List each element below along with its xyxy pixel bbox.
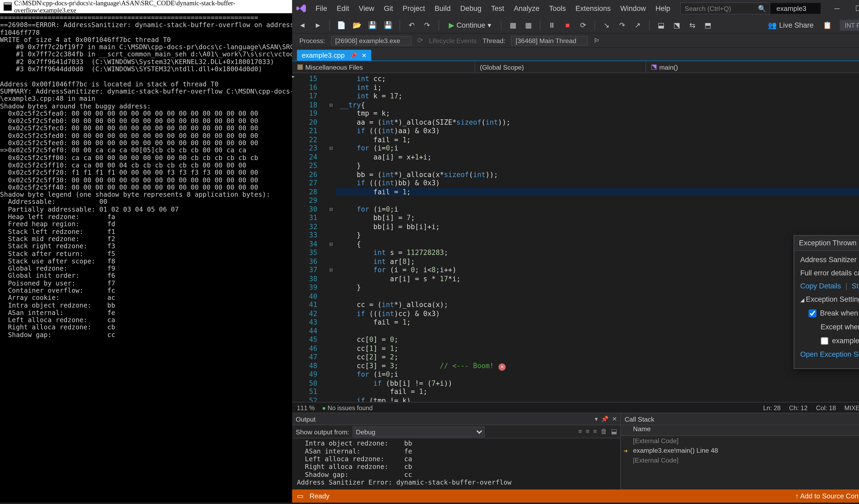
visual-studio-window: FileEditViewGitProjectBuildDebugTestAnal… <box>292 0 859 503</box>
zoom-level[interactable]: 111 % <box>297 404 315 411</box>
nav-project[interactable]: ▦Miscellaneous Files <box>292 61 475 73</box>
exception-thrown-popup: Exception Thrown 📌 ✕ Address Sanitizer E… <box>794 235 859 369</box>
pin-icon[interactable]: 📌 <box>350 52 357 59</box>
except-module-checkbox[interactable] <box>821 337 828 345</box>
exception-settings-header[interactable]: Exception Settings <box>800 295 859 304</box>
console-title-text: C:\MSDN\cpp-docs-pr\docs\c-language\ASAN… <box>14 0 288 14</box>
process-label: Process: <box>299 37 325 44</box>
save-all-button[interactable]: 💾 <box>381 18 395 32</box>
minimize-button[interactable]: ─ <box>827 1 847 16</box>
callstack-title: Call Stack <box>624 415 654 423</box>
int-preview-badge: INT PREVIEW <box>840 19 859 30</box>
flag-icon[interactable]: 🏳 <box>594 37 600 44</box>
cursor-line: Ln: 28 <box>763 404 781 411</box>
close-tab-icon[interactable]: ✕ <box>362 52 366 59</box>
nav-function[interactable]: ⬔main() <box>646 61 859 73</box>
copy-details-link[interactable]: Copy Details <box>800 282 841 290</box>
new-file-button[interactable]: 📄 <box>335 18 348 32</box>
save-button[interactable]: 💾 <box>366 18 379 32</box>
step-over-button[interactable]: ↷ <box>616 18 629 32</box>
callstack-panel: Call Stack ▾📌✕ Name Lang [External Code]… <box>621 413 859 490</box>
maximize-button[interactable]: ☐ <box>848 1 859 16</box>
output-tb-4[interactable]: 🗑 <box>601 428 607 436</box>
menu-view[interactable]: View <box>355 2 379 14</box>
open-button[interactable]: 📂 <box>350 18 364 32</box>
output-source-combo[interactable]: Debug <box>353 426 485 437</box>
break-on-exception-checkbox[interactable] <box>809 309 816 317</box>
editor-status-bar: 111 % No issues found Ln: 28 Ch: 12 Col:… <box>292 402 859 413</box>
continue-button[interactable]: ▶ Continue ▾ <box>444 19 496 30</box>
nav-scope[interactable]: (Global Scope) <box>475 61 646 73</box>
pause-button[interactable]: ⏸ <box>545 18 559 32</box>
output-tb-1[interactable]: ≡ <box>578 428 582 436</box>
menu-tools[interactable]: Tools <box>545 2 570 14</box>
menu-git[interactable]: Git <box>380 2 397 14</box>
tb-extra-4[interactable]: ⬒ <box>701 18 714 32</box>
step-out-button[interactable]: ↗ <box>631 18 645 32</box>
vs-logo-icon <box>296 3 306 14</box>
tb-extra-2[interactable]: ⬔ <box>670 18 683 32</box>
process-combo[interactable]: [26908] example3.exe <box>331 36 411 45</box>
panel-pin-icon[interactable]: 📌 <box>601 416 608 423</box>
menu-window[interactable]: Window <box>616 2 650 14</box>
debug-btn-2[interactable]: ▦ <box>522 18 535 32</box>
debug-btn-1[interactable]: ▦ <box>506 18 519 32</box>
nav-fwd-button[interactable]: ► <box>311 18 325 32</box>
bottom-tool-windows: Output ▾📌✕ Show output from: Debug ≡ ≡ ≡… <box>292 413 859 489</box>
feedback-button[interactable]: 📋 <box>821 18 834 32</box>
start-live-share-link[interactable]: Start Live Share session... <box>852 282 859 290</box>
menu-build[interactable]: Build <box>431 2 455 14</box>
search-box[interactable]: Search (Ctrl+Q) 🔍 <box>681 2 770 14</box>
callstack-row[interactable]: [External Code] <box>621 455 859 465</box>
live-share-button[interactable]: 👥 Live Share <box>763 19 818 30</box>
insert-mode[interactable]: MIXED <box>844 404 859 411</box>
add-source-control[interactable]: ↑ Add to Source Control ▴ <box>795 492 859 500</box>
output-tb-5[interactable]: ⬓ <box>611 428 617 436</box>
exception-title: Exception Thrown <box>799 239 856 247</box>
panel-dropdown-icon[interactable]: ▾ <box>595 416 598 423</box>
line-numbers: 1516171819202122232425262728293031323334… <box>292 73 327 402</box>
menu-bar: FileEditViewGitProjectBuildDebugTestAnal… <box>311 2 675 14</box>
menu-project[interactable]: Project <box>398 2 430 14</box>
callstack-header[interactable]: Name Lang <box>621 425 859 436</box>
console-output[interactable]: ========================================… <box>0 13 292 339</box>
console-window: C:\MSDN\cpp-docs-pr\docs\c-language\ASAN… <box>0 0 292 503</box>
callstack-body[interactable]: [External Code]➜example3.exe!main() Line… <box>621 436 859 465</box>
vs-titlebar[interactable]: FileEditViewGitProjectBuildDebugTestAnal… <box>292 0 859 17</box>
issues-indicator[interactable]: No issues found <box>322 404 373 411</box>
tb-extra-1[interactable]: ⬓ <box>654 18 668 32</box>
menu-test[interactable]: Test <box>487 2 508 14</box>
menu-edit[interactable]: Edit <box>333 2 353 14</box>
code-editor[interactable]: 1516171819202122232425262728293031323334… <box>292 73 859 402</box>
redo-button[interactable]: ↷ <box>421 18 434 32</box>
code-content[interactable]: int cc; int i; int k = 17;__try{ tmp = k… <box>335 73 859 402</box>
output-tb-3[interactable]: ≡ <box>593 428 597 436</box>
output-text[interactable]: Intra object redzone: bb ASan internal: … <box>292 438 620 489</box>
thread-combo[interactable]: [36468] Main Thread <box>511 36 588 45</box>
step-into-button[interactable]: ↘ <box>600 18 613 32</box>
vs-status-bar: ▭ Ready ↑ Add to Source Control ▴ 🔔 <box>292 489 859 503</box>
navigation-bar: ▦Miscellaneous Files (Global Scope) ⬔mai… <box>292 61 859 73</box>
callstack-row[interactable]: [External Code] <box>621 436 859 445</box>
tab-example3-cpp[interactable]: example3.cpp 📌 ✕ <box>297 50 371 61</box>
menu-analyze[interactable]: Analyze <box>510 2 544 14</box>
tb-extra-3[interactable]: ⇆ <box>685 18 699 32</box>
undo-button[interactable]: ↶ <box>405 18 418 32</box>
fold-column[interactable]: ⊟⊟⊟⊟⊟ <box>327 73 335 402</box>
callstack-row[interactable]: ➜example3.exe!main() Line 48C++ <box>621 445 859 455</box>
menu-help[interactable]: Help <box>651 2 675 14</box>
menu-file[interactable]: File <box>311 2 331 14</box>
lifecycle-events[interactable]: Lifecycle Events <box>429 37 477 44</box>
menu-debug[interactable]: Debug <box>456 2 485 14</box>
open-exception-settings-link[interactable]: Open Exception Settings <box>800 350 859 359</box>
output-tb-2[interactable]: ≡ <box>586 428 589 436</box>
solution-name[interactable]: example3 <box>770 3 821 14</box>
console-titlebar[interactable]: C:\MSDN\cpp-docs-pr\docs\c-language\ASAN… <box>0 0 292 13</box>
live-share-icon: 👥 <box>768 21 777 29</box>
restart-button[interactable]: ⟳ <box>576 18 590 32</box>
document-tabs: example3.cpp 📌 ✕ ⚙ ▾ <box>292 48 859 61</box>
nav-back-button[interactable]: ◄ <box>296 18 309 32</box>
stop-button[interactable]: ■ <box>561 18 574 32</box>
menu-extensions[interactable]: Extensions <box>571 2 615 14</box>
panel-close-icon[interactable]: ✕ <box>612 416 617 423</box>
